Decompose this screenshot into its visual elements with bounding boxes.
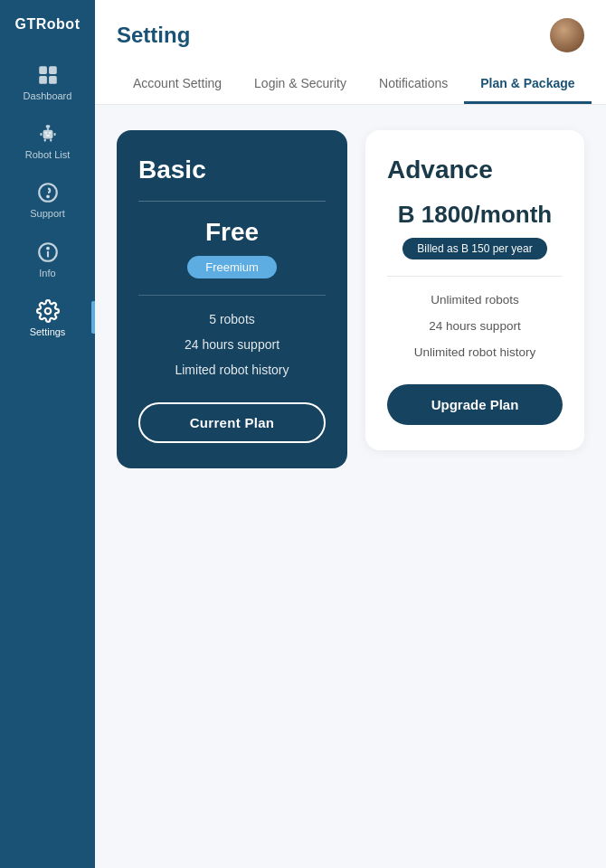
basic-feature-1: 5 robots	[209, 312, 255, 326]
basic-plan-features: 5 robots 24 hours support Limited robot …	[138, 312, 326, 377]
svg-rect-8	[45, 125, 49, 127]
basic-feature-3: Limited robot history	[175, 363, 289, 377]
advance-plan-badge: Billed as B 150 per year	[402, 238, 546, 259]
svg-point-19	[44, 308, 51, 315]
advance-plan-name: Advance	[387, 156, 493, 184]
info-icon	[36, 241, 60, 264]
app-logo: GTRobot	[0, 0, 95, 45]
basic-divider-1	[138, 201, 326, 202]
svg-point-18	[47, 247, 49, 249]
plans-container: Basic Free Freemium 5 robots 24 hours su…	[117, 130, 584, 468]
advance-feature-1: Unlimited robots	[431, 293, 519, 307]
advance-plan-features: Unlimited robots 24 hours support Unlimi…	[387, 293, 563, 359]
svg-rect-4	[43, 130, 52, 139]
sidebar-item-label: Robot List	[25, 149, 71, 161]
svg-rect-7	[45, 135, 49, 137]
tab-account-setting[interactable]: Account Setting	[117, 67, 238, 104]
plan-card-basic: Basic Free Freemium 5 robots 24 hours su…	[117, 130, 347, 468]
page-title: Setting	[117, 23, 190, 48]
svg-rect-11	[53, 133, 55, 136]
sidebar-item-info[interactable]: Info	[0, 231, 95, 287]
robot-icon	[36, 122, 60, 146]
settings-icon	[36, 299, 60, 323]
advance-feature-3: Unlimited robot history	[414, 345, 535, 359]
sidebar-item-dashboard[interactable]: Dashboard	[0, 54, 95, 109]
sidebar-nav: Dashboard Robot List	[0, 54, 95, 345]
advance-feature-2: 24 hours support	[429, 319, 520, 333]
sidebar: GTRobot Dashboard	[0, 0, 95, 868]
sidebar-item-label: Settings	[30, 326, 66, 338]
current-plan-button[interactable]: Current Plan	[138, 402, 326, 443]
content-area: Basic Free Freemium 5 robots 24 hours su…	[95, 105, 606, 868]
plan-card-advance: Advance B 1800/month Billed as B 150 per…	[365, 130, 584, 450]
advance-divider	[387, 276, 563, 277]
tabs-nav: Account Setting Login & Security Notific…	[117, 67, 584, 104]
svg-rect-3	[49, 76, 57, 84]
basic-feature-2: 24 hours support	[185, 337, 279, 352]
sidebar-item-label: Support	[30, 208, 65, 220]
advance-plan-price: B 1800/month	[398, 201, 553, 229]
active-indicator	[91, 301, 95, 334]
svg-point-15	[47, 196, 49, 198]
sidebar-item-support[interactable]: Support	[0, 172, 95, 227]
svg-rect-13	[50, 139, 52, 142]
svg-rect-1	[49, 66, 57, 74]
svg-rect-2	[39, 76, 47, 84]
sidebar-item-settings[interactable]: Settings	[0, 290, 95, 345]
avatar[interactable]	[550, 18, 584, 52]
main-content: Setting Account Setting Login & Security…	[95, 0, 606, 868]
svg-rect-12	[43, 139, 45, 142]
avatar-image	[550, 18, 584, 52]
tab-login-security[interactable]: Login & Security	[238, 67, 363, 104]
svg-rect-0	[39, 66, 47, 74]
svg-rect-10	[40, 133, 42, 136]
tab-plan-package[interactable]: Plan & Package	[464, 67, 591, 104]
header: Setting Account Setting Login & Security…	[95, 0, 606, 105]
support-icon	[36, 181, 60, 204]
tab-notifications[interactable]: Notifications	[363, 67, 464, 104]
basic-plan-name: Basic	[138, 156, 206, 184]
basic-divider-2	[138, 295, 326, 296]
sidebar-item-label: Info	[39, 268, 55, 279]
svg-rect-5	[44, 132, 46, 134]
header-top: Setting	[117, 18, 584, 52]
svg-rect-6	[49, 132, 51, 134]
basic-plan-price: Free	[205, 218, 259, 247]
sidebar-item-robot-list[interactable]: Robot List	[0, 113, 95, 168]
basic-plan-badge: Freemium	[187, 256, 277, 278]
sidebar-item-label: Dashboard	[24, 90, 72, 102]
upgrade-plan-button[interactable]: Upgrade Plan	[387, 384, 563, 425]
dashboard-icon	[36, 63, 60, 87]
